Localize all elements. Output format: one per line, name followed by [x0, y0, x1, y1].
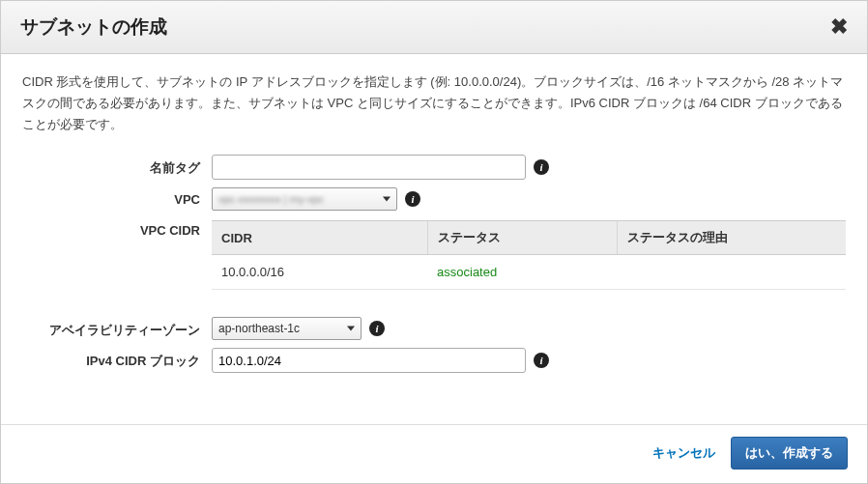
dialog-header: サブネットの作成 ✖ [1, 1, 867, 54]
chevron-down-icon [347, 327, 355, 331]
close-button[interactable]: ✖ [830, 16, 848, 38]
th-cidr: CIDR [212, 221, 427, 255]
description-text: CIDR 形式を使用して、サブネットの IP アドレスブロックを指定します (例… [22, 71, 846, 135]
dialog-body: CIDR 形式を使用して、サブネットの IP アドレスブロックを指定します (例… [1, 54, 867, 424]
row-vpc-cidr: VPC CIDR CIDR ステータス ステータスの理由 10.0.0.0/16… [22, 218, 846, 309]
control-vpc: vpc-xxxxxxxx | my-vpc i [212, 187, 846, 211]
label-az: アベイラビリティーゾーン [22, 317, 212, 339]
info-icon[interactable]: i [534, 159, 549, 175]
info-icon[interactable]: i [405, 191, 420, 207]
dialog-footer: キャンセル はい、作成する [1, 424, 867, 483]
th-status: ステータス [427, 221, 618, 255]
table-row: 10.0.0.0/16 associated [212, 255, 846, 290]
cell-cidr: 10.0.0.0/16 [212, 255, 427, 290]
vpc-cidr-table: CIDR ステータス ステータスの理由 10.0.0.0/16 associat… [212, 220, 846, 290]
ipv4-cidr-input[interactable] [212, 348, 526, 373]
row-ipv4-cidr: IPv4 CIDR ブロック i [22, 348, 846, 373]
vpc-cidr-table-wrap: CIDR ステータス ステータスの理由 10.0.0.0/16 associat… [212, 218, 846, 309]
table-header-row: CIDR ステータス ステータスの理由 [212, 221, 846, 255]
control-name-tag: i [212, 155, 846, 180]
cell-reason [618, 255, 846, 290]
row-name-tag: 名前タグ i [22, 155, 846, 180]
create-button[interactable]: はい、作成する [731, 437, 848, 470]
control-ipv4-cidr: i [212, 348, 846, 373]
vpc-selected-value: vpc-xxxxxxxx | my-vpc [218, 193, 324, 205]
chevron-down-icon [383, 197, 391, 202]
label-vpc-cidr: VPC CIDR [22, 218, 212, 238]
close-icon: ✖ [830, 14, 848, 39]
vpc-select[interactable]: vpc-xxxxxxxx | my-vpc [212, 187, 397, 211]
th-reason: ステータスの理由 [618, 221, 846, 255]
label-name-tag: 名前タグ [22, 155, 212, 177]
label-ipv4-cidr: IPv4 CIDR ブロック [22, 348, 212, 370]
info-icon[interactable]: i [369, 321, 385, 336]
row-az: アベイラビリティーゾーン ap-northeast-1c i [22, 317, 846, 340]
az-selected-value: ap-northeast-1c [218, 322, 300, 335]
cancel-button[interactable]: キャンセル [652, 444, 715, 462]
cell-status: associated [427, 255, 618, 290]
row-vpc: VPC vpc-xxxxxxxx | my-vpc i [22, 187, 846, 211]
label-vpc: VPC [22, 187, 212, 207]
control-az: ap-northeast-1c i [212, 317, 846, 340]
create-subnet-dialog: サブネットの作成 ✖ CIDR 形式を使用して、サブネットの IP アドレスブロ… [0, 0, 868, 484]
info-icon[interactable]: i [534, 353, 549, 368]
dialog-title: サブネットの作成 [20, 14, 167, 40]
az-select[interactable]: ap-northeast-1c [212, 317, 362, 340]
name-tag-input[interactable] [212, 155, 526, 180]
